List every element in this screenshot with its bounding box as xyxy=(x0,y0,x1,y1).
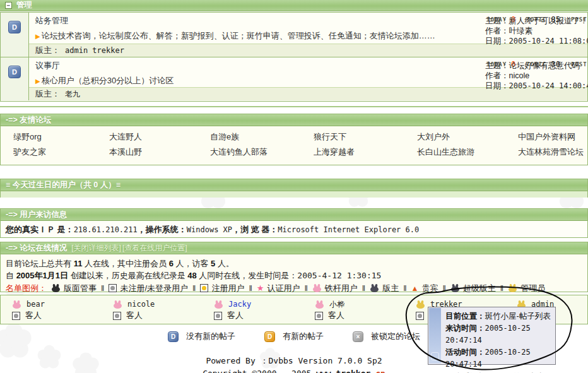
arrow-bullet-icon: ▶ xyxy=(35,33,40,40)
user-group-icon xyxy=(315,300,324,309)
category-header-bar: − 管理 xyxy=(0,0,588,11)
admin-bunny-icon xyxy=(508,284,517,292)
online-record-line: 自 2005年1月1日 创建以来，历史最高在线纪录是 48 人同时在线，发生时间… xyxy=(6,269,582,281)
unregistered-user-icon xyxy=(109,284,117,292)
friend-forum-link[interactable]: 大连林苑滑雪论坛 xyxy=(518,146,587,158)
friend-forums-section: -=> 友情论坛 绿野org 大连野人 自游e族 狼行天下 大刘户外 中国户外资… xyxy=(0,114,588,165)
board-manager-bunny-icon xyxy=(51,284,61,292)
moderators[interactable]: admin trekker xyxy=(65,46,124,55)
friend-forum-link[interactable]: 自游e族 xyxy=(210,131,314,143)
friend-forum-link[interactable]: 长白山生态旅游 xyxy=(417,146,518,158)
forum-page: − 管理 D 站务管理 ▶论坛技术咨询，论坛制度公布、解答；新驴报到、认证；斑竹… xyxy=(0,0,588,373)
divider xyxy=(0,106,588,107)
last-post-info: 主题：论坛好像有恶意代码 作者：nicole 日期：2005-10-24 14:… xyxy=(485,61,588,91)
guest-label: 客人 xyxy=(328,310,344,321)
friend-forums-header: -=> 友情论坛 xyxy=(1,114,587,126)
forum-status-cell: D xyxy=(1,57,29,100)
category-title[interactable]: 管理 xyxy=(16,0,32,11)
guest-icon xyxy=(315,312,323,320)
friend-forum-link[interactable]: 大连野人 xyxy=(109,131,210,143)
no-new-posts-icon: D xyxy=(8,66,21,78)
locked-forum-icon: × xyxy=(353,331,363,342)
guest-icon xyxy=(416,312,424,320)
view-online-locations-link[interactable]: [查看在线用户位置] xyxy=(122,243,187,254)
friend-forum-link[interactable]: 大连钓鱼人部落 xyxy=(210,146,314,158)
user-group-icon xyxy=(113,300,122,309)
user-group-icon xyxy=(416,300,425,309)
online-user: bear 客人 xyxy=(12,299,110,321)
forum-row-site-admin: D 站务管理 ▶论坛技术咨询，论坛制度公布、解答；新驴报到、认证；斑竹申请、管理… xyxy=(1,13,587,57)
new-posts-icon: D xyxy=(264,331,275,342)
visitor-info-header: -=> 用户来访信息 xyxy=(1,209,587,221)
online-status-section: -=> 论坛在线情况 [关闭详细列表] [查看在线用户位置] 目前论坛上总共有 … xyxy=(0,242,588,292)
close-detail-list-link[interactable]: [关闭详细列表] xyxy=(71,243,121,254)
user-hover-tooltip: 目前位置：斑竹小屋-帖子列表 来访时间：2005-10-25 20:47:14 … xyxy=(428,307,556,365)
guest-icon xyxy=(113,312,121,320)
forum-row-meeting-hall: D 议事厅 ▶核心用户（总积分30分以上）讨论区 版主： 老九 TODAY0 T… xyxy=(1,57,587,100)
user-group-legend: 名单图例： 版面管事 ‖ 未注册/未登录用户 ‖ 注册用户 ‖ ★认证用户 ‖ … xyxy=(6,282,582,294)
birthday-header: ≡ 今天过生日的用户（共 0 人）≡ xyxy=(1,179,587,191)
user-group-icon xyxy=(214,300,223,309)
online-count-line: 目前论坛上总共有 11 人在线，其中注册会员 6 人，访客 5 人。 xyxy=(6,258,582,269)
moderator-bunny-icon xyxy=(370,284,379,292)
friend-forum-link[interactable]: 驴友之家 xyxy=(13,146,109,158)
forum-link[interactable]: 议事厅 xyxy=(35,61,60,70)
forum-status-cell: D xyxy=(1,13,29,57)
last-topic-link[interactable]: 论坛好像有恶意代码 xyxy=(509,61,580,70)
forum-table: D 站务管理 ▶论坛技术咨询，论坛制度公布、解答；新驴报到、认证；斑竹申请、管理… xyxy=(0,12,588,102)
online-user: Jacky 客人 xyxy=(214,299,312,321)
visitor-ip-line: 您的真实ＩＰ 是：218.61.210.211，操作系统：Windows XP，… xyxy=(1,221,587,235)
birthday-section: ≡ 今天过生日的用户（共 0 人）≡ xyxy=(0,179,588,198)
arrow-bullet-icon: ▶ xyxy=(35,78,40,85)
last-author-link[interactable]: nicole xyxy=(509,71,530,80)
guest-label: 客人 xyxy=(227,310,244,321)
last-author-link[interactable]: 叶绿素 xyxy=(509,27,533,35)
loyal-user-bunny-icon xyxy=(312,284,322,292)
no-new-posts-icon: D xyxy=(8,21,21,33)
user-name-link[interactable]: Jacky xyxy=(228,300,251,309)
friend-forum-link[interactable]: 中国户外资料网 xyxy=(518,131,587,143)
user-name-link[interactable]: bear xyxy=(26,300,45,309)
friend-forum-link[interactable]: 狼行天下 xyxy=(314,131,417,143)
collapse-icon[interactable]: − xyxy=(5,2,12,9)
last-topic-link[interactable]: 新人终于可以报道了！ xyxy=(509,16,588,25)
friend-forum-link[interactable]: 上海穿越者 xyxy=(314,146,417,158)
friend-forum-link[interactable]: 大刘户外 xyxy=(417,131,518,143)
friend-forum-link[interactable]: 绿野org xyxy=(13,131,109,143)
certified-user-star-icon: ★ xyxy=(257,284,264,292)
online-status-header: -=> 论坛在线情况 [关闭详细列表] [查看在线用户位置] xyxy=(1,242,587,254)
friend-forum-link[interactable]: 本溪山野 xyxy=(109,146,210,158)
moderators[interactable]: 老九 xyxy=(65,89,80,100)
visitor-info-section: -=> 用户来访信息 您的真实ＩＰ 是：218.61.210.211，操作系统：… xyxy=(0,208,588,238)
online-user: 小桦 客人 xyxy=(315,299,413,321)
registered-user-icon xyxy=(200,284,208,292)
user-group-icon xyxy=(12,300,21,309)
user-name-link[interactable]: 小桦 xyxy=(329,299,344,310)
online-user: nicole 客人 xyxy=(113,299,211,321)
super-moderator-bunny-icon xyxy=(450,284,460,292)
vip-triangle-icon: ▲ xyxy=(411,285,419,292)
user-name-link[interactable]: nicole xyxy=(127,300,155,309)
guest-icon xyxy=(214,312,222,320)
last-post-info: 主题：新人终于可以报道了！ 作者：叶绿素 日期：2005-10-24 11:08… xyxy=(485,16,588,46)
guest-label: 客人 xyxy=(126,310,143,321)
tooltip-logo-icon xyxy=(431,352,439,360)
guest-label: 客人 xyxy=(25,310,42,321)
forum-link[interactable]: 站务管理 xyxy=(35,16,68,25)
no-new-posts-icon: D xyxy=(168,331,179,342)
guest-icon xyxy=(12,312,20,320)
